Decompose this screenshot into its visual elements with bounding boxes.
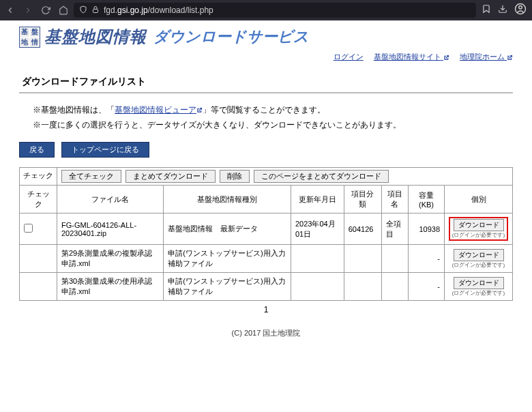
row-checkbox[interactable] <box>24 224 33 233</box>
home-icon[interactable] <box>59 5 68 15</box>
th-name: 項目名 <box>381 186 408 214</box>
cell-itemname <box>381 245 408 273</box>
lock-icon <box>91 5 100 16</box>
cell-category <box>344 273 381 301</box>
login-required-note: (ログインが必要です) <box>449 261 508 269</box>
cell-itemname <box>381 273 408 301</box>
cell-updated <box>291 273 344 301</box>
browser-toolbar: fgd.gsi.go.jp/download/list.php <box>0 0 532 20</box>
svg-point-3 <box>519 6 522 10</box>
cell-updated: 2023年04月01日 <box>291 214 344 245</box>
cell-size: - <box>408 245 444 273</box>
th-category: 項目分類 <box>344 186 381 214</box>
cell-size: - <box>408 273 444 301</box>
cell-category <box>344 245 381 273</box>
bulk-download-button[interactable]: まとめてダウンロード <box>125 170 216 183</box>
bookmark-icon[interactable] <box>482 4 491 16</box>
viewer-link[interactable]: 基盤地図情報ビューア <box>115 105 203 115</box>
cell-size: 10938 <box>408 214 444 245</box>
account-icon[interactable] <box>514 3 527 18</box>
pager: 1 <box>19 305 513 314</box>
th-type: 基盤地図情報種別 <box>164 186 291 214</box>
cell-category: 604126 <box>344 214 381 245</box>
url-bar[interactable]: fgd.gsi.go.jp/download/list.php <box>74 3 476 18</box>
banner-title-main: 基盤地図情報 <box>44 26 147 48</box>
table-row: 第30条測量成果の使用承認申請.xml 申請(ワンストップサービス)用入力補助フ… <box>20 273 513 301</box>
download-button[interactable]: ダウンロード <box>454 277 504 289</box>
login-required-note: (ログインが必要です) <box>451 231 506 239</box>
footer: (C) 2017 国土地理院 <box>19 328 513 338</box>
cell-filename: 第30条測量成果の使用承認申請.xml <box>57 273 164 301</box>
to-top-button[interactable]: トップページに戻る <box>61 142 149 158</box>
cell-type: 申請(ワンストップサービス)用入力補助ファイル <box>164 273 291 301</box>
delete-button[interactable]: 削除 <box>220 170 250 183</box>
reload-icon[interactable] <box>41 5 50 15</box>
back-button[interactable]: 戻る <box>19 142 55 158</box>
file-table: チェック ファイル名 基盤地図情報種別 更新年月日 項目分類 項目名 容量(KB… <box>19 185 513 301</box>
check-all-button[interactable]: 全てチェック <box>61 170 121 183</box>
th-size: 容量(KB) <box>408 186 444 214</box>
th-updated: 更新年月日 <box>291 186 344 214</box>
cell-filename: 第29条測量成果の複製承認申請.xml <box>57 245 164 273</box>
login-link[interactable]: ログイン <box>334 53 364 61</box>
notes: ※基盤地図情報は、「基盤地図情報ビューア」等で閲覧することができます。 ※一度に… <box>33 103 513 132</box>
th-individual: 個別 <box>445 186 513 214</box>
url-text: fgd.gsi.go.jp/download/list.php <box>104 5 213 15</box>
home-link[interactable]: 地理院ホーム <box>460 53 513 61</box>
top-links: ログイン 基盤地図情報サイト 地理院ホーム <box>19 52 513 62</box>
cell-type: 申請(ワンストップサービス)用入力補助ファイル <box>164 245 291 273</box>
download-button[interactable]: ダウンロード <box>454 219 504 231</box>
check-column-label: チェック <box>20 168 57 185</box>
table-row: 第29条測量成果の複製承認申請.xml 申請(ワンストップサービス)用入力補助フ… <box>20 245 513 273</box>
download-icon[interactable] <box>498 4 507 16</box>
site-link[interactable]: 基盤地図情報サイト <box>374 53 449 61</box>
th-check: チェック <box>20 186 57 214</box>
banner-title-sub: ダウンロードサービス <box>153 27 309 47</box>
cell-updated <box>291 245 344 273</box>
table-row: FG-GML-604126-ALL-20230401.zip 基盤地図情報 最新… <box>20 214 513 245</box>
cell-itemname: 全項目 <box>381 214 408 245</box>
download-button[interactable]: ダウンロード <box>454 249 504 261</box>
th-filename: ファイル名 <box>57 186 164 214</box>
section-title: ダウンロードファイルリスト <box>19 73 513 93</box>
cell-type: 基盤地図情報 最新データ <box>164 214 291 245</box>
svg-rect-0 <box>93 9 98 12</box>
shield-icon <box>79 5 87 16</box>
logo-icon: 基盤 地情 <box>19 27 40 48</box>
login-required-note: (ログインが必要です) <box>449 289 508 297</box>
forward-icon[interactable] <box>23 5 33 15</box>
cell-filename: FG-GML-604126-ALL-20230401.zip <box>57 214 164 245</box>
back-icon[interactable] <box>5 5 15 15</box>
page-bulk-download-button[interactable]: このページをまとめてダウンロード <box>254 170 389 183</box>
site-banner: 基盤 地情 基盤地図情報 ダウンロードサービス <box>19 26 513 48</box>
